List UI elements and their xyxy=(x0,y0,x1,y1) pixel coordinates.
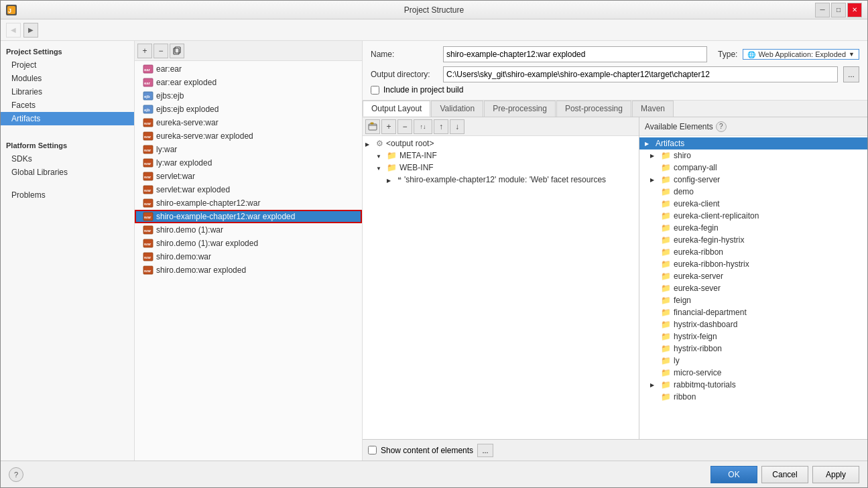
layout-up-button[interactable]: ↑ xyxy=(434,119,448,134)
artifact-label: eureka-serve:war xyxy=(156,118,219,127)
help-button[interactable]: ? xyxy=(9,467,23,482)
avail-item-label: eureka-ribbon xyxy=(674,247,723,257)
artifact-servlet-war-exploded[interactable]: war servlet:war exploded xyxy=(135,183,362,196)
avail-item-label: demo xyxy=(674,187,694,196)
layout-sort-button[interactable]: ↑↓ xyxy=(414,119,432,134)
artifact-shiro-example-war-exploded[interactable]: war shiro-example-chapter12:war exploded xyxy=(135,210,362,223)
tab-pre-processing[interactable]: Pre-processing xyxy=(484,101,556,117)
artifact-ly-war[interactable]: war ly:war xyxy=(135,143,362,156)
layout-down-button[interactable]: ↓ xyxy=(450,119,464,134)
close-button[interactable]: ✕ xyxy=(847,3,862,17)
ok-button[interactable]: OK xyxy=(710,466,757,483)
avail-company-all[interactable]: ▶ 📁 company-all xyxy=(639,162,867,174)
layout-dir-button[interactable] xyxy=(365,119,380,134)
folder-icon-3: 📁 xyxy=(661,151,671,160)
avail-feign[interactable]: ▶ 📁 feign xyxy=(639,294,867,306)
artifacts-panel: + − ear ear:ear ear ear:ear exploded ejb… xyxy=(135,41,363,461)
add-artifact-button[interactable]: + xyxy=(137,44,152,58)
avail-hystrix-dashboard[interactable]: ▶ 📁 hystrix-dashboard xyxy=(639,318,867,330)
shiro-expand-icon: ▶ xyxy=(650,153,658,159)
artifact-shiro-demo-war[interactable]: war shiro.demo:war xyxy=(135,250,362,263)
dialog-footer: ? OK Cancel Apply xyxy=(1,461,867,487)
cancel-button[interactable]: Cancel xyxy=(761,466,808,483)
sidebar-item-sdks[interactable]: SDKs xyxy=(1,152,134,166)
avail-micro-service[interactable]: ▶ 📁 micro-service xyxy=(639,367,867,379)
type-selector[interactable]: 🌐 Web Application: Exploded ▼ xyxy=(743,49,859,60)
config-expand-icon: ▶ xyxy=(650,177,658,183)
avail-config-server[interactable]: ▶ 📁 config-server xyxy=(639,174,867,186)
avail-eureka-sever[interactable]: ▶ 📁 eureka-sever xyxy=(639,282,867,294)
tab-maven[interactable]: Maven xyxy=(632,101,674,117)
war-exploded-icon-5: war xyxy=(143,238,153,249)
sidebar-item-modules[interactable]: Modules xyxy=(1,72,134,85)
window-controls: ─ □ ✕ xyxy=(815,3,862,17)
tree-meta-inf[interactable]: 📁 META-INF xyxy=(363,149,639,162)
sidebar-item-facets[interactable]: Facets xyxy=(1,99,134,112)
avail-hystrix-feign[interactable]: ▶ 📁 hystrix-feign xyxy=(639,330,867,343)
browse-output-dir-button[interactable]: … xyxy=(843,66,859,82)
name-input[interactable] xyxy=(443,46,707,62)
avail-eureka-server[interactable]: ▶ 📁 eureka-server xyxy=(639,270,867,282)
artifact-shiro-example-war[interactable]: war shiro-example-chapter12:war xyxy=(135,196,362,210)
avail-eureka-ribbon-hystrix[interactable]: ▶ 📁 eureka-ribbon-hystrix xyxy=(639,258,867,270)
artifact-eureka-serve-war-exploded[interactable]: war eureka-serve:war exploded xyxy=(135,129,362,143)
tab-post-processing[interactable]: Post-processing xyxy=(556,101,631,117)
apply-button[interactable]: Apply xyxy=(812,466,859,483)
artifact-ejbs-ejb[interactable]: ejb ejbs:ejb xyxy=(135,89,362,103)
avail-hystrix-ribbon[interactable]: ▶ 📁 hystrix-ribbon xyxy=(639,343,867,355)
avail-eureka-client[interactable]: ▶ 📁 eureka-client xyxy=(639,198,867,210)
forward-button[interactable]: ▶ xyxy=(23,23,38,38)
artifact-servlet-war[interactable]: war servlet:war xyxy=(135,170,362,183)
sidebar-item-project[interactable]: Project xyxy=(1,58,134,72)
avail-financial-department[interactable]: ▶ 📁 financial-department xyxy=(639,306,867,318)
tree-web-inf[interactable]: 📁 WEB-INF xyxy=(363,162,639,174)
show-content-options-button[interactable]: ... xyxy=(477,444,493,457)
avail-shiro[interactable]: ▶ 📁 shiro xyxy=(639,149,867,162)
show-content-label: Show content of elements xyxy=(381,446,473,455)
type-value: Web Application: Exploded xyxy=(758,50,846,58)
artifact-label: ear:ear xyxy=(156,64,182,74)
tab-validation[interactable]: Validation xyxy=(431,101,483,117)
avail-eureka-fegin-hystrix[interactable]: ▶ 📁 eureka-fegin-hystrix xyxy=(639,234,867,246)
avail-item-label: micro-service xyxy=(674,368,721,377)
output-layout-panel: + − ↑↓ ↑ ↓ ⚙ <output root> xyxy=(363,117,867,439)
avail-eureka-fegin[interactable]: ▶ 📁 eureka-fegin xyxy=(639,222,867,234)
tree-output-root[interactable]: ⚙ <output root> xyxy=(363,137,639,149)
copy-artifact-button[interactable] xyxy=(170,44,184,58)
avail-ribbon[interactable]: ▶ 📁 ribbon xyxy=(639,391,867,403)
help-icon[interactable]: ? xyxy=(716,121,727,132)
show-content-checkbox[interactable] xyxy=(368,446,377,454)
maximize-button[interactable]: □ xyxy=(831,3,846,17)
sidebar-item-global-libraries[interactable]: Global Libraries xyxy=(1,166,134,179)
sidebar-item-artifacts[interactable]: Artifacts xyxy=(1,112,134,125)
sidebar-item-libraries[interactable]: Libraries xyxy=(1,85,134,99)
artifact-shiro-demo-war-exploded[interactable]: war shiro.demo:war exploded xyxy=(135,263,362,277)
artifact-label: shiro.demo:war exploded xyxy=(156,265,246,275)
layout-add-button[interactable]: + xyxy=(381,119,396,134)
minimize-button[interactable]: ─ xyxy=(815,3,830,17)
artifact-ly-war-exploded[interactable]: war ly:war exploded xyxy=(135,156,362,170)
layout-remove-button[interactable]: − xyxy=(397,119,412,134)
remove-artifact-button[interactable]: − xyxy=(153,44,168,58)
output-dir-input[interactable] xyxy=(443,66,838,82)
artifact-ear-ear-exploded[interactable]: ear ear:ear exploded xyxy=(135,76,362,89)
output-root-icon: ⚙ xyxy=(376,139,383,148)
sidebar-item-problems[interactable]: Problems xyxy=(1,188,134,202)
back-button[interactable]: ◀ xyxy=(6,23,21,38)
artifact-label: eureka-serve:war exploded xyxy=(156,131,253,141)
avail-rabbitmq-tutorials[interactable]: ▶ 📁 rabbitmq-tutorials xyxy=(639,379,867,391)
avail-ly[interactable]: ▶ 📁 ly xyxy=(639,355,867,367)
artifact-label: ly:war exploded xyxy=(156,158,212,168)
avail-eureka-ribbon[interactable]: ▶ 📁 eureka-ribbon xyxy=(639,246,867,258)
tree-shiro-module[interactable]: ❝ 'shiro-example-chapter12' module: 'Web… xyxy=(363,174,639,186)
include-in-build-checkbox[interactable] xyxy=(371,86,379,95)
avail-eureka-client-replicaiton[interactable]: ▶ 📁 eureka-client-replicaiton xyxy=(639,210,867,222)
tab-output-layout[interactable]: Output Layout xyxy=(363,101,430,117)
artifact-eureka-serve-war[interactable]: war eureka-serve:war xyxy=(135,116,362,129)
avail-artifacts-header[interactable]: ▶ Artifacts xyxy=(639,137,867,149)
artifact-ear-ear[interactable]: ear ear:ear xyxy=(135,62,362,76)
artifact-shiro-demo-1-war-exploded[interactable]: war shiro.demo (1):war exploded xyxy=(135,237,362,250)
avail-demo[interactable]: ▶ 📁 demo xyxy=(639,186,867,198)
artifact-ejbs-ejb-exploded[interactable]: ejb ejbs:ejb exploded xyxy=(135,103,362,116)
artifact-shiro-demo-1-war[interactable]: war shiro.demo (1):war xyxy=(135,223,362,237)
